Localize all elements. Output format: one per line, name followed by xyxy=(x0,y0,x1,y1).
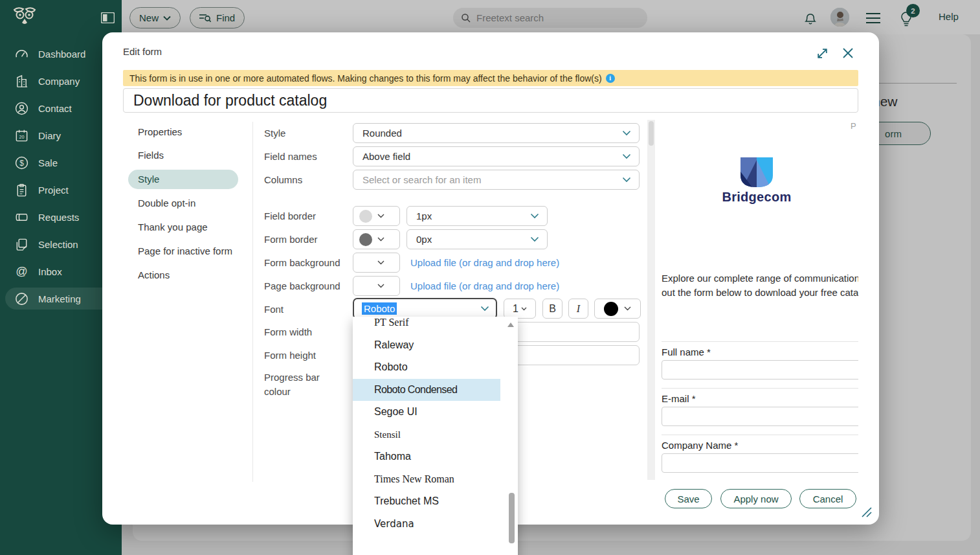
svg-text:@: @ xyxy=(16,265,27,278)
at-sign-icon: @ xyxy=(14,264,29,279)
modal-nav-style[interactable]: Style xyxy=(138,173,159,186)
app-logo-owl[interactable] xyxy=(9,6,40,30)
bridgecom-logo xyxy=(741,157,773,187)
scrollbar-thumb[interactable] xyxy=(649,121,654,146)
form-width-label: Form width xyxy=(264,326,351,339)
form-border-size-select[interactable]: 0px xyxy=(406,229,548,249)
field-names-select-value: Above field xyxy=(362,151,410,162)
apply-now-button[interactable]: Apply now xyxy=(720,489,792,508)
columns-select-placeholder: Select or search for an item xyxy=(362,174,481,185)
modal-nav-double-opt-in[interactable]: Double opt-in xyxy=(138,197,195,210)
font-option-verdana[interactable]: Verdana xyxy=(353,513,500,535)
font-combobox-value: Roboto xyxy=(362,302,397,315)
font-option-stensil[interactable]: Stensil xyxy=(353,424,500,446)
columns-select[interactable]: Select or search for an item xyxy=(353,170,640,190)
page-background-upload-link[interactable]: Upload file (or drag and drop here) xyxy=(410,280,559,291)
close-modal-button[interactable] xyxy=(842,47,856,62)
form-name-input[interactable] xyxy=(123,88,858,113)
progress-bar-colour-label-2: colour xyxy=(264,385,351,398)
sidebar-collapse-button[interactable] xyxy=(101,12,115,23)
bold-button[interactable]: B xyxy=(542,299,562,319)
save-button[interactable]: Save xyxy=(665,489,712,508)
font-option-pt-serif[interactable]: PT Serif xyxy=(353,317,500,334)
form-border-color-picker[interactable] xyxy=(353,229,400,249)
sidebar-item-label: Requests xyxy=(38,212,79,223)
dropdown-scroll-up-arrow[interactable] xyxy=(507,323,514,327)
calendar-icon: 20 xyxy=(14,128,29,143)
chevron-down-icon xyxy=(622,177,631,183)
font-option-trebuchet-ms[interactable]: Trebuchet MS xyxy=(353,490,500,512)
sidebar-item-label: Project xyxy=(38,185,69,196)
sidebar-item-label: Contact xyxy=(38,103,72,114)
person-circle-icon xyxy=(14,101,29,116)
progress-bar-colour-label: Progress bar xyxy=(264,371,351,384)
italic-button[interactable]: I xyxy=(568,299,588,319)
gauge-icon xyxy=(14,47,29,62)
chevron-down-icon xyxy=(624,306,631,311)
font-dropdown-list: PT Serif Raleway Roboto Roboto Condensed… xyxy=(353,317,518,555)
field-border-swatch xyxy=(359,210,372,223)
preview-input-full-name[interactable] xyxy=(662,360,858,379)
form-background-color-picker[interactable] xyxy=(353,253,400,273)
style-label: Style xyxy=(264,127,351,140)
info-icon[interactable]: i xyxy=(606,74,615,83)
modal-title: Edit form xyxy=(123,46,162,57)
field-border-label: Field border xyxy=(264,210,351,223)
modal-nav-thank-you-page[interactable]: Thank you page xyxy=(138,221,208,234)
chevron-down-icon xyxy=(622,153,631,159)
columns-label: Columns xyxy=(264,174,351,187)
settings-scrollbar[interactable] xyxy=(647,120,655,480)
field-names-select[interactable]: Above field xyxy=(353,146,640,166)
sidebar-item-label: Inbox xyxy=(38,266,62,277)
preview-input-email[interactable] xyxy=(662,407,858,426)
chevron-down-icon xyxy=(521,307,527,311)
field-border-size-select[interactable]: 1px xyxy=(406,206,548,226)
form-border-swatch xyxy=(359,233,372,246)
preview-divider xyxy=(662,388,858,389)
modal-nav-divider xyxy=(252,122,253,482)
font-color-picker[interactable] xyxy=(594,299,641,319)
form-border-label: Form border xyxy=(264,233,351,246)
chevron-down-icon xyxy=(377,237,384,242)
marketing-icon xyxy=(14,291,29,306)
chevron-down-icon xyxy=(530,236,539,242)
svg-text:$: $ xyxy=(19,158,24,167)
modal-resize-handle[interactable] xyxy=(860,505,873,518)
font-option-roboto[interactable]: Roboto xyxy=(353,356,500,378)
field-border-color-picker[interactable] xyxy=(353,206,400,226)
preview-field-label-email: E-mail * xyxy=(662,393,696,404)
flow-warning-banner: This form is in use in one or more autom… xyxy=(123,70,858,86)
sidebar-item-label: Diary xyxy=(38,130,61,141)
page-background-color-picker[interactable] xyxy=(353,276,400,296)
font-option-segoe-ui[interactable]: Segoe UI xyxy=(353,401,500,423)
expand-modal-button[interactable] xyxy=(816,47,830,62)
style-select[interactable]: Rounded xyxy=(353,123,640,143)
form-background-swatch xyxy=(359,256,372,269)
page-background-label: Page background xyxy=(264,280,351,293)
font-option-roboto-condensed[interactable]: Roboto Condensed xyxy=(353,379,500,401)
style-select-value: Rounded xyxy=(362,128,402,139)
ticket-icon xyxy=(14,210,29,225)
font-option-tahoma[interactable]: Tahoma xyxy=(353,446,500,468)
pages-icon xyxy=(14,237,29,252)
form-background-upload-link[interactable]: Upload file (or drag and drop here) xyxy=(410,257,559,268)
cancel-button[interactable]: Cancel xyxy=(799,489,856,508)
apply-now-button-label: Apply now xyxy=(733,493,778,504)
app-root: New Find xyxy=(0,0,980,555)
modal-nav-actions[interactable]: Actions xyxy=(138,269,170,282)
dropdown-scrollbar-thumb[interactable] xyxy=(509,493,515,543)
modal-nav-properties[interactable]: Properties xyxy=(138,126,182,139)
modal-nav-page-inactive-form[interactable]: Page for inactive form xyxy=(138,245,232,258)
font-option-raleway[interactable]: Raleway xyxy=(353,334,500,356)
italic-button-label: I xyxy=(577,303,580,315)
modal-nav-fields[interactable]: Fields xyxy=(138,149,164,162)
close-icon xyxy=(842,47,854,59)
font-option-times-new-roman[interactable]: Times New Roman xyxy=(353,468,500,490)
bold-button-label: B xyxy=(549,303,556,315)
chevron-down-icon xyxy=(622,130,631,136)
preview-input-company-name[interactable] xyxy=(662,453,858,473)
preview-intro-line1: Explore our complete range of communicat… xyxy=(662,273,858,284)
font-size-select[interactable]: 1 xyxy=(504,299,536,319)
cancel-button-label: Cancel xyxy=(813,493,843,504)
preview-field-label-company-name: Company Name * xyxy=(662,440,738,451)
